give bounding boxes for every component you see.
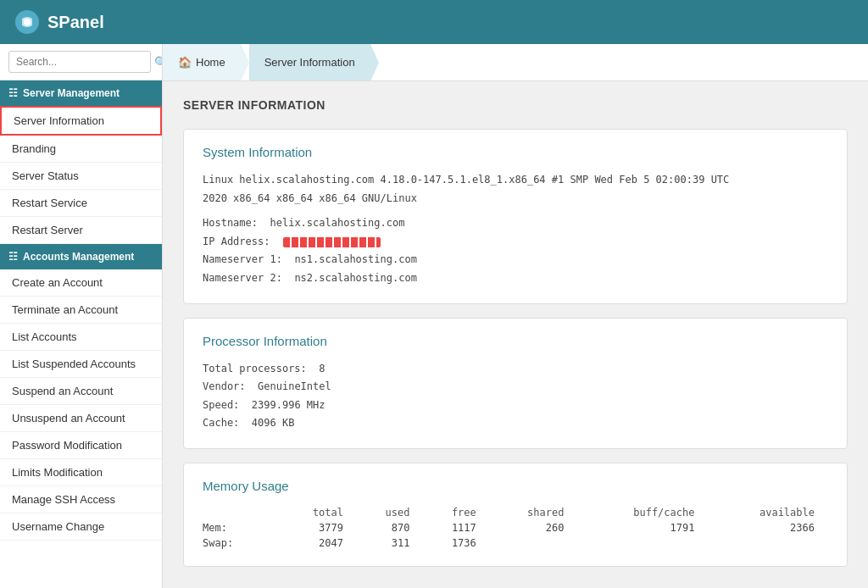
col-available: available <box>708 505 828 520</box>
cache-line: Cache: 4096 KB <box>203 414 828 433</box>
memory-row-mem: Mem: 3779 870 1117 260 1791 2366 <box>203 520 828 535</box>
memory-row-swap: Swap: 2047 311 1736 <box>203 535 828 551</box>
sidebar-item-restart-server[interactable]: Restart Server <box>0 217 162 244</box>
sidebar-item-suspend-account[interactable]: Suspend an Account <box>0 378 162 405</box>
mem-shared: 260 <box>490 520 578 535</box>
breadcrumb-server-information-label: Server Information <box>264 56 355 69</box>
processor-info-text: Total processors: 8 Vendor: GenuineIntel… <box>203 360 828 433</box>
sidebar-item-username-change[interactable]: Username Change <box>0 513 162 541</box>
home-icon: 🏠 <box>178 56 192 69</box>
sidebar-item-server-status[interactable]: Server Status <box>0 163 162 190</box>
sidebar-item-server-information[interactable]: Server Information <box>0 106 162 136</box>
col-total: total <box>280 505 357 520</box>
vendor-label: Vendor: <box>203 380 246 392</box>
sidebar-item-terminate-account[interactable]: Terminate an Account <box>0 297 162 324</box>
total-processors-label: Total processors: <box>203 363 307 374</box>
breadcrumb-arrow-2 <box>370 44 379 81</box>
processor-information-card: Processor Information Total processors: … <box>183 318 848 449</box>
col-shared: shared <box>490 505 578 520</box>
col-free: free <box>423 505 489 520</box>
memory-table: total used free shared buff/cache availa… <box>203 505 828 551</box>
breadcrumb-home[interactable]: 🏠 Home <box>163 44 241 80</box>
sidebar-section-accounts-management[interactable]: ☷ Accounts Management <box>0 244 162 269</box>
mem-label: Mem: <box>203 520 280 535</box>
breadcrumb-home-label: Home <box>196 56 225 69</box>
mem-total: 3779 <box>280 520 357 535</box>
accounts-management-icon: ☷ <box>8 251 18 263</box>
processor-information-title: Processor Information <box>203 334 828 348</box>
breadcrumb-arrow-1 <box>241 44 249 81</box>
swap-used: 311 <box>357 535 423 551</box>
memory-usage-card: Memory Usage total used free shared buff… <box>183 463 848 567</box>
search-box: 🔍 <box>0 44 162 80</box>
header: SPanel <box>0 0 868 44</box>
hostname-label: Hostname: <box>203 217 258 229</box>
swap-buff-cache <box>577 535 708 551</box>
sidebar-section-accounts-management-label: Accounts Management <box>23 251 134 263</box>
swap-total: 2047 <box>280 535 357 551</box>
mem-used: 870 <box>357 520 423 535</box>
kernel-line-1: Linux helix.scalahosting.com 4.18.0-147.… <box>203 171 828 190</box>
cache-label: Cache: <box>203 417 239 429</box>
kernel-line-2: 2020 x86_64 x86_64 x86_64 GNU/Linux <box>203 190 828 208</box>
sidebar-item-manage-ssh-access[interactable]: Manage SSH Access <box>0 486 162 513</box>
spanel-logo-icon <box>14 8 41 36</box>
system-information-card: System Information Linux helix.scalahost… <box>183 129 848 304</box>
mem-buff-cache: 1791 <box>577 520 708 535</box>
content-area: 🏠 Home Server Information SERVER INFORMA… <box>163 44 868 588</box>
sidebar-item-password-modification[interactable]: Password Modification <box>0 432 162 459</box>
sidebar-section-server-management[interactable]: ☷ Server Management <box>0 80 162 106</box>
breadcrumb: 🏠 Home Server Information <box>163 44 868 81</box>
col-used: used <box>357 505 423 520</box>
mem-available: 2366 <box>708 520 828 535</box>
speed-value: 2399.996 MHz <box>252 399 326 411</box>
mem-free: 1117 <box>423 520 489 535</box>
page-content: SERVER INFORMATION System Information Li… <box>163 81 868 588</box>
sidebar-item-restart-service[interactable]: Restart Service <box>0 190 162 217</box>
memory-usage-title: Memory Usage <box>203 479 828 493</box>
sidebar-item-create-account[interactable]: Create an Account <box>0 269 162 297</box>
search-input[interactable] <box>8 51 151 73</box>
system-information-title: System Information <box>203 145 828 159</box>
page-title: SERVER INFORMATION <box>183 98 848 112</box>
memory-table-header-row: total used free shared buff/cache availa… <box>203 505 828 520</box>
sidebar: 🔍 ☷ Server Management Server Information… <box>0 44 163 588</box>
logo: SPanel <box>14 8 104 36</box>
vendor-value: GenuineIntel <box>258 380 331 392</box>
ns2-label: Nameserver 2: <box>203 272 282 284</box>
app-title: SPanel <box>47 13 104 32</box>
col-label <box>203 505 280 520</box>
sidebar-item-list-suspended-accounts[interactable]: List Suspended Accounts <box>0 351 162 378</box>
ns1-label: Nameserver 1: <box>203 253 282 265</box>
ns2-value: ns2.scalahosting.com <box>294 272 417 284</box>
total-processors-value: 8 <box>319 363 325 374</box>
swap-label: Swap: <box>203 535 280 551</box>
sidebar-item-branding[interactable]: Branding <box>0 136 162 163</box>
col-buff-cache: buff/cache <box>577 505 708 520</box>
hostname-value: helix.scalahosting.com <box>270 217 404 229</box>
total-processors-line: Total processors: 8 <box>203 360 828 379</box>
speed-label: Speed: <box>203 399 239 411</box>
hostname-line: Hostname: helix.scalahosting.com <box>203 214 828 233</box>
ip-value-redacted <box>283 237 381 247</box>
ip-address-line: IP Address: <box>203 233 828 252</box>
svg-point-1 <box>24 19 31 25</box>
ns1-value: ns1.scalahosting.com <box>294 253 417 265</box>
swap-shared <box>490 535 578 551</box>
swap-available <box>708 535 828 551</box>
main-layout: 🔍 ☷ Server Management Server Information… <box>0 44 868 588</box>
server-management-icon: ☷ <box>8 87 18 99</box>
cache-value: 4096 KB <box>252 417 295 429</box>
system-info-text: Linux helix.scalahosting.com 4.18.0-147.… <box>203 171 828 288</box>
speed-line: Speed: 2399.996 MHz <box>203 397 828 415</box>
search-button[interactable]: 🔍 <box>151 53 163 72</box>
breadcrumb-server-information[interactable]: Server Information <box>249 44 370 80</box>
ip-label: IP Address: <box>203 233 270 252</box>
ns2-line: Nameserver 2: ns2.scalahosting.com <box>203 269 828 288</box>
sidebar-section-server-management-label: Server Management <box>23 87 120 99</box>
sidebar-item-unsuspend-account[interactable]: Unsuspend an Account <box>0 405 162 432</box>
vendor-line: Vendor: GenuineIntel <box>203 378 828 397</box>
sidebar-item-limits-modification[interactable]: Limits Modification <box>0 459 162 486</box>
ns1-line: Nameserver 1: ns1.scalahosting.com <box>203 251 828 269</box>
sidebar-item-list-accounts[interactable]: List Accounts <box>0 324 162 351</box>
